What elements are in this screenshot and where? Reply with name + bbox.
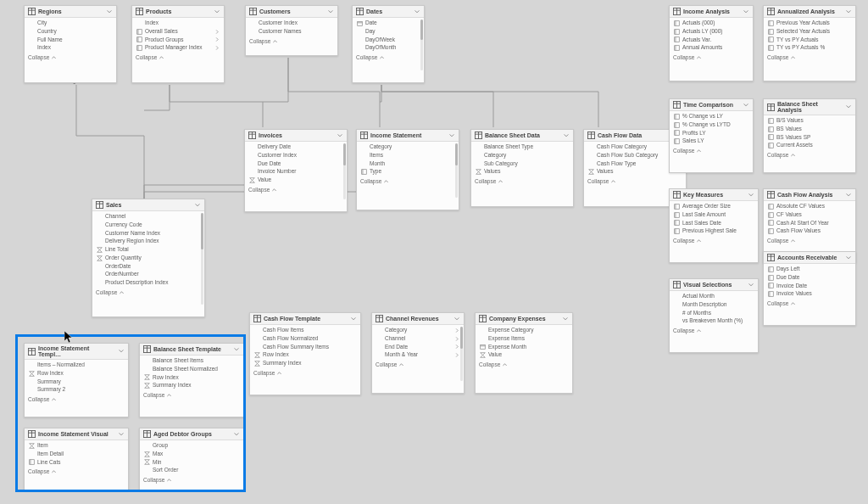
field-row[interactable]: Absolute CF Values: [766, 203, 853, 210]
field-row[interactable]: BS Values: [766, 126, 853, 133]
field-row[interactable]: Selected Year Actuals: [766, 28, 853, 36]
table-header[interactable]: Income Statement Visual: [25, 428, 128, 440]
chevron-down-icon[interactable]: [747, 281, 754, 288]
field-row[interactable]: Item: [27, 442, 125, 450]
table-card-accounts_receivable[interactable]: Accounts ReceivableDays LeftDue DateInvo…: [763, 251, 856, 326]
field-row[interactable]: OrderDate: [95, 263, 202, 271]
field-row[interactable]: Invoice Values: [766, 290, 853, 298]
chevron-down-icon[interactable]: [742, 101, 749, 109]
chevron-down-icon[interactable]: [844, 254, 852, 261]
chevron-right-icon[interactable]: [453, 344, 460, 350]
table-header[interactable]: Sales: [92, 199, 204, 211]
field-row[interactable]: Balance Sheet Items: [142, 357, 241, 365]
field-row[interactable]: Customer Name Index: [95, 230, 202, 238]
chevron-down-icon[interactable]: [453, 315, 460, 322]
table-card-time_comparison[interactable]: Time Comparison% Change vs LY% Change vs…: [669, 98, 754, 173]
field-row[interactable]: Order Quantity: [95, 255, 202, 262]
field-row[interactable]: Expense Month: [478, 344, 570, 351]
collapse-link[interactable]: Collapse: [670, 236, 758, 246]
table-header[interactable]: Products: [132, 6, 224, 18]
field-row[interactable]: Last Sales Date: [672, 220, 755, 227]
scrollbar[interactable]: [201, 213, 203, 305]
chevron-right-icon[interactable]: [453, 335, 460, 342]
table-header[interactable]: Channel Revenues: [372, 313, 464, 325]
collapse-link[interactable]: Collapse: [476, 360, 572, 370]
field-row[interactable]: Product Description Index: [95, 279, 202, 287]
field-row[interactable]: TY vs PY Actuals: [766, 36, 853, 44]
collapse-link[interactable]: Collapse: [764, 150, 855, 160]
collapse-link[interactable]: Collapse: [132, 53, 224, 63]
table-header[interactable]: Regions: [25, 6, 116, 18]
field-row[interactable]: Product Groups: [135, 36, 221, 44]
table-header[interactable]: Balance Sheet Template: [140, 344, 243, 356]
table-header[interactable]: Accounts Receivable: [764, 252, 855, 264]
table-card-invoices[interactable]: InvoicesDelivery DateCustomer IndexDue D…: [244, 129, 348, 212]
collapse-link[interactable]: Collapse: [245, 185, 347, 195]
table-header[interactable]: Balance Sheet Analysis: [764, 99, 855, 115]
field-row[interactable]: Due Date: [248, 160, 344, 168]
model-view-canvas[interactable]: 1* RegionsCityCountryFull NameIndexColla…: [0, 0, 868, 504]
chevron-down-icon[interactable]: [232, 345, 240, 353]
field-row[interactable]: Group: [142, 442, 241, 450]
field-row[interactable]: Channel: [95, 213, 202, 221]
field-row[interactable]: Days Left: [766, 266, 853, 273]
table-header[interactable]: Key Measures: [670, 189, 758, 201]
chevron-right-icon[interactable]: [214, 45, 220, 52]
chevron-down-icon[interactable]: [562, 132, 570, 139]
field-row[interactable]: Month & Year: [375, 351, 461, 359]
field-row[interactable]: Category: [474, 152, 570, 160]
table-header[interactable]: Annualized Analysis: [764, 6, 855, 18]
table-header[interactable]: Income Analysis: [670, 6, 753, 18]
field-row[interactable]: Cash At Start Of Year: [766, 220, 853, 227]
chevron-down-icon[interactable]: [117, 430, 125, 438]
field-row[interactable]: Items: [359, 152, 456, 160]
field-row[interactable]: Values: [474, 168, 570, 176]
field-row[interactable]: Due Date: [766, 274, 853, 282]
field-row[interactable]: Profits LY: [672, 130, 750, 137]
field-row[interactable]: Currency Code: [95, 221, 202, 229]
field-row[interactable]: Cash Flow Values: [766, 227, 853, 235]
field-row[interactable]: % Change vs LYTD: [672, 121, 750, 129]
collapse-link[interactable]: Collapse: [25, 395, 128, 405]
collapse-link[interactable]: Collapse: [584, 176, 686, 187]
field-row[interactable]: Customer Names: [248, 28, 335, 36]
field-row[interactable]: Summary: [27, 378, 125, 386]
field-row[interactable]: Full Name: [27, 36, 114, 44]
field-row[interactable]: Invoice Date: [766, 283, 853, 290]
field-row[interactable]: End Date: [375, 344, 461, 351]
field-row[interactable]: Cash Flow Summary Items: [253, 344, 358, 351]
collapse-link[interactable]: Collapse: [25, 467, 128, 477]
chevron-down-icon[interactable]: [844, 8, 852, 15]
collapse-link[interactable]: Collapse: [670, 53, 753, 63]
table-card-balance_sheet_template[interactable]: Balance Sheet TemplateBalance Sheet Item…: [139, 343, 244, 417]
field-row[interactable]: B/S Values: [766, 117, 853, 125]
field-row[interactable]: Annual Amounts: [672, 44, 750, 52]
table-header[interactable]: Invoices: [245, 130, 347, 142]
table-card-income_statement_visual[interactable]: Income Statement VisualItemItem DetailLi…: [24, 428, 129, 490]
field-row[interactable]: Line Cats: [27, 459, 125, 467]
table-card-balance_sheet_data[interactable]: Balance Sheet DataBalance Sheet TypeCate…: [470, 129, 574, 207]
collapse-link[interactable]: Collapse: [353, 53, 424, 63]
chevron-right-icon[interactable]: [453, 327, 460, 333]
table-card-sales[interactable]: SalesChannelCurrency CodeCustomer Name I…: [92, 199, 205, 317]
field-row[interactable]: Product Manager Index: [135, 44, 221, 52]
table-card-dates[interactable]: DatesDateDayDayOfWeekDayOfMonthCollapse: [352, 5, 425, 83]
chevron-down-icon[interactable]: [349, 315, 357, 322]
table-card-channel_revenues[interactable]: Channel RevenuesCategoryChannelEnd DateM…: [371, 312, 465, 394]
field-row[interactable]: Delivery Region Index: [95, 238, 202, 245]
field-row[interactable]: Month Description: [672, 301, 755, 309]
field-row[interactable]: Sub Category: [474, 160, 570, 168]
table-card-aged_debtor_groups[interactable]: Aged Debtor GroupsGroupMaxMinSort OrderC…: [139, 428, 244, 490]
field-row[interactable]: Balance Sheet Normalized: [142, 366, 241, 373]
table-card-balance_sheet_analysis[interactable]: Balance Sheet AnalysisB/S ValuesBS Value…: [763, 98, 856, 173]
chevron-down-icon[interactable]: [117, 348, 125, 356]
field-row[interactable]: Expense Category: [478, 327, 570, 334]
field-row[interactable]: Items – Normalized: [27, 361, 125, 369]
field-row[interactable]: Row Index: [253, 351, 358, 359]
chevron-down-icon[interactable]: [845, 104, 852, 111]
field-row[interactable]: Last Sale Amount: [672, 211, 755, 219]
field-row[interactable]: Previous Year Actuals: [766, 20, 853, 27]
chevron-right-icon[interactable]: [453, 352, 460, 359]
field-row[interactable]: Max: [142, 451, 241, 458]
table-header[interactable]: Cash Flow Analysis: [764, 189, 855, 201]
